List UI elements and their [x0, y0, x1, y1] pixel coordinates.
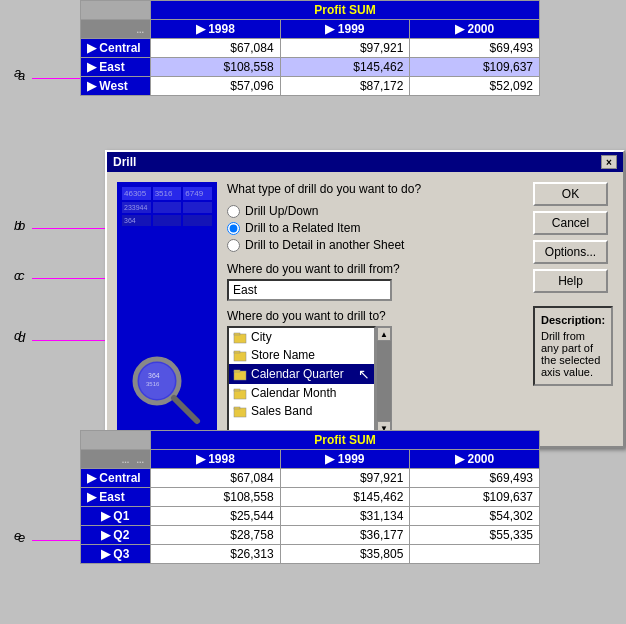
- svg-rect-8: [234, 351, 240, 353]
- description-text: Drill from any part of the selected axis…: [541, 330, 605, 378]
- table-row: ▶ West $57,096 $87,172 $52,092: [81, 77, 540, 96]
- svg-rect-10: [234, 370, 240, 372]
- bottom-year-2000: ▶ 2000: [410, 450, 540, 469]
- magnify-icon: 364 3516: [122, 346, 207, 431]
- table-row: ▶ East $108,558 $145,462 $109,637: [81, 58, 540, 77]
- list-item-sales-band[interactable]: Sales Band: [229, 402, 374, 420]
- folder-icon: [233, 404, 247, 418]
- options-button[interactable]: Options...: [533, 240, 608, 264]
- bottom-year-1998: ▶ 1998: [151, 450, 281, 469]
- svg-text:3516: 3516: [146, 381, 160, 387]
- dialog-right-panel: OK Cancel Options... Help Description: D…: [533, 182, 613, 436]
- top-year-1998: ▶ 1998: [151, 20, 281, 39]
- close-button[interactable]: ×: [601, 155, 617, 169]
- row-central[interactable]: ▶ Central: [81, 39, 151, 58]
- label-e-text: e: [14, 528, 21, 543]
- bottom-profit-header: Profit SUM: [151, 431, 540, 450]
- drill-dialog: Drill × 46305 3516 6749 233944 364: [105, 150, 625, 448]
- svg-rect-11: [234, 390, 246, 399]
- row-west[interactable]: ▶ West: [81, 77, 151, 96]
- row-q3[interactable]: ▶ Q3: [81, 545, 151, 564]
- row-east[interactable]: ▶ East: [81, 58, 151, 77]
- question1: What type of drill do you want to do?: [227, 182, 523, 196]
- row-east-bottom[interactable]: ▶ East: [81, 488, 151, 507]
- description-box: Description: Drill from any part of the …: [533, 306, 613, 386]
- description-title: Description:: [541, 314, 605, 326]
- list-scrollbar[interactable]: ▲ ▼: [376, 326, 392, 436]
- svg-rect-12: [234, 389, 240, 391]
- dialog-titlebar: Drill ×: [107, 152, 623, 172]
- table-row: ▶ Q2 $28,758 $36,177 $55,335: [81, 526, 540, 545]
- table-row: ▶ Q1 $25,544 $31,134 $54,302: [81, 507, 540, 526]
- question2: Where do you want to drill from?: [227, 262, 523, 276]
- label-d-text: d: [14, 328, 21, 343]
- list-item-calendar-month[interactable]: Calendar Month: [229, 384, 374, 402]
- drill-from-input[interactable]: [227, 279, 392, 301]
- label-b-text: b: [14, 218, 21, 233]
- label-c-text: c: [14, 268, 21, 283]
- table-row: ▶ Q3 $26,313 $35,805: [81, 545, 540, 564]
- svg-text:364: 364: [148, 372, 160, 379]
- svg-rect-9: [234, 371, 246, 380]
- svg-rect-13: [234, 408, 246, 417]
- drill-to-list-container: City Store Name Calendar Quarter ↖ Calen…: [227, 326, 392, 436]
- row-q2[interactable]: ▶ Q2: [81, 526, 151, 545]
- top-year-1999: ▶ 1999: [280, 20, 410, 39]
- scroll-track: [377, 341, 391, 421]
- svg-line-2: [174, 398, 197, 421]
- cancel-button[interactable]: Cancel: [533, 211, 608, 235]
- top-profit-header: Profit SUM: [151, 1, 540, 20]
- radio-drill-detail[interactable]: Drill to Detail in another Sheet: [227, 238, 523, 252]
- folder-icon: [233, 330, 247, 344]
- label-a-text: a: [14, 65, 21, 80]
- dialog-decorative-panel: 46305 3516 6749 233944 364 364 3516: [117, 182, 217, 436]
- drill-to-list[interactable]: City Store Name Calendar Quarter ↖ Calen…: [227, 326, 376, 436]
- list-item-calendar-quarter[interactable]: Calendar Quarter ↖: [229, 364, 374, 384]
- list-item-city[interactable]: City: [229, 328, 374, 346]
- question3: Where do you want to drill to?: [227, 309, 523, 323]
- svg-rect-14: [234, 407, 240, 409]
- row-q1[interactable]: ▶ Q1: [81, 507, 151, 526]
- top-table: Profit SUM ... ▶ 1998 ▶ 1999 ▶ 2000 ▶ Ce…: [80, 0, 540, 96]
- row-central-bottom[interactable]: ▶ Central: [81, 469, 151, 488]
- svg-rect-5: [234, 334, 246, 343]
- svg-rect-6: [234, 333, 240, 335]
- table-row: ▶ Central $67,084 $97,921 $69,493: [81, 469, 540, 488]
- dialog-main-content: What type of drill do you want to do? Dr…: [227, 182, 523, 436]
- table-row: ▶ East $108,558 $145,462 $109,637: [81, 488, 540, 507]
- dialog-title: Drill: [113, 155, 136, 169]
- folder-icon: [233, 367, 247, 381]
- radio-group-drill-type: Drill Up/Down Drill to a Related Item Dr…: [227, 204, 523, 252]
- bottom-year-1999: ▶ 1999: [280, 450, 410, 469]
- radio-drill-related[interactable]: Drill to a Related Item: [227, 221, 523, 235]
- bottom-table: Profit SUM ... ... ▶ 1998 ▶ 1999 ▶ 2000 …: [80, 430, 540, 564]
- table-row: ▶ Central $67,084 $97,921 $69,493: [81, 39, 540, 58]
- svg-rect-7: [234, 352, 246, 361]
- top-year-2000: ▶ 2000: [410, 20, 540, 39]
- ok-button[interactable]: OK: [533, 182, 608, 206]
- scroll-up-button[interactable]: ▲: [377, 327, 391, 341]
- folder-icon: [233, 386, 247, 400]
- radio-drill-updown[interactable]: Drill Up/Down: [227, 204, 523, 218]
- folder-icon: [233, 348, 247, 362]
- cursor-pointer: ↖: [358, 366, 370, 382]
- list-item-store-name[interactable]: Store Name: [229, 346, 374, 364]
- help-button[interactable]: Help: [533, 269, 608, 293]
